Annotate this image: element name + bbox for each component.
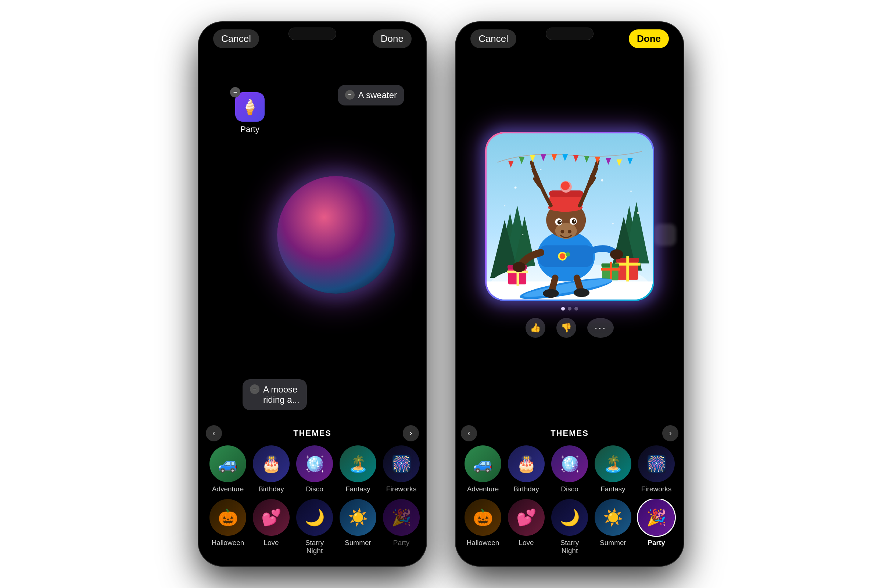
themes-row-2: 🎃 Halloween 💕 Love 🌙 Starry Night ☀️ Sum…: [198, 499, 426, 555]
theme-adventure[interactable]: 🚙 Adventure: [210, 446, 246, 493]
svg-point-68: [637, 212, 639, 214]
right-themes-header: ‹ THEMES ›: [456, 429, 684, 438]
thumbs-down-button[interactable]: 👎: [556, 318, 576, 338]
r-theme-halloween-icon: 🎃: [465, 499, 501, 536]
creation-canvas[interactable]: − 🍦 Party − A sweater − A moose riding a…: [198, 48, 426, 421]
themes-title: THEMES: [293, 429, 332, 438]
theme-love[interactable]: 💕 Love: [253, 499, 290, 555]
cancel-button[interactable]: Cancel: [213, 29, 259, 48]
svg-point-65: [601, 179, 603, 181]
svg-point-39: [572, 219, 576, 224]
svg-point-41: [574, 220, 576, 221]
r-theme-fantasy-icon: 🏝️: [595, 446, 632, 482]
right-phone: Cancel Done: [456, 22, 684, 566]
theme-love-label: Love: [264, 539, 279, 547]
svg-point-49: [543, 289, 559, 298]
remove-icon[interactable]: −: [230, 87, 240, 98]
themes-header: ‹ THEMES ›: [198, 429, 426, 438]
r-theme-birthday[interactable]: 🎂 Birthday: [508, 446, 544, 493]
r-theme-party-label: Party: [648, 539, 665, 547]
right-nav-bar: Cancel Done: [456, 22, 684, 48]
theme-adventure-label: Adventure: [212, 485, 244, 493]
right-themes-row-2: 🎃 Halloween 💕 Love 🌙 Starry Night ☀️ Sum…: [456, 499, 684, 555]
right-dynamic-island: [546, 28, 594, 40]
theme-fantasy-icon: 🏝️: [340, 446, 376, 482]
right-themes-title: THEMES: [550, 429, 589, 438]
theme-birthday[interactable]: 🎂 Birthday: [253, 446, 290, 493]
theme-summer-icon: ☀️: [340, 499, 376, 536]
theme-starrynight[interactable]: 🌙 Starry Night: [296, 499, 333, 555]
themes-prev-button[interactable]: ‹: [206, 425, 222, 441]
r-theme-party[interactable]: 🎉 Party: [638, 499, 675, 555]
remove-sweater-icon[interactable]: −: [345, 90, 355, 100]
r-theme-adventure-label: Adventure: [467, 485, 499, 493]
r-theme-disco[interactable]: 🪩 Disco: [551, 446, 588, 493]
sweater-prompt-bubble[interactable]: − A sweater: [338, 85, 404, 105]
svg-point-47: [513, 262, 525, 272]
right-cancel-button[interactable]: Cancel: [470, 29, 516, 48]
nav-bar: Cancel Done: [198, 22, 426, 48]
theme-summer-label: Summer: [345, 539, 371, 547]
theme-love-icon: 💕: [253, 499, 290, 536]
done-button[interactable]: Done: [373, 29, 412, 48]
theme-fantasy[interactable]: 🏝️ Fantasy: [340, 446, 376, 493]
moose-illustration: [487, 134, 652, 300]
r-theme-birthday-label: Birthday: [513, 485, 539, 493]
party-icon: − 🍦: [235, 92, 265, 122]
theme-disco[interactable]: 🪩 Disco: [296, 446, 333, 493]
themes-next-button[interactable]: ›: [403, 425, 419, 441]
r-theme-halloween[interactable]: 🎃 Halloween: [465, 499, 501, 555]
theme-summer[interactable]: ☀️ Summer: [340, 499, 376, 555]
theme-party-label: Party: [393, 539, 410, 547]
right-themes-section: ‹ THEMES › 🚙 Adventure 🎂 Birthday �: [456, 421, 684, 566]
r-theme-starrynight-label: Starry Night: [551, 539, 588, 555]
right-themes-row-1: 🚙 Adventure 🎂 Birthday 🪩 Disco 🏝️ Fantas…: [456, 446, 684, 493]
theme-party-left[interactable]: 🎉 Party: [383, 499, 420, 555]
r-theme-love-label: Love: [519, 539, 534, 547]
glowing-orb: [277, 176, 395, 294]
theme-party-icon: 🎉: [383, 499, 420, 536]
pagination-dots: [561, 307, 578, 310]
theme-fireworks[interactable]: 🎆 Fireworks: [383, 446, 420, 493]
theme-starrynight-icon: 🌙: [296, 499, 333, 536]
remove-moose-icon[interactable]: −: [250, 384, 260, 394]
right-done-button[interactable]: Done: [629, 29, 669, 48]
dot-1[interactable]: [561, 307, 565, 310]
r-theme-fireworks[interactable]: 🎆 Fireworks: [638, 446, 675, 493]
theme-halloween-icon: 🎃: [210, 499, 246, 536]
r-theme-starrynight[interactable]: 🌙 Starry Night: [551, 499, 588, 555]
blurred-preview: [654, 224, 676, 246]
generated-image: [487, 134, 652, 300]
theme-fantasy-label: Fantasy: [345, 485, 370, 493]
themes-row-1: 🚙 Adventure 🎂 Birthday 🪩 Disco 🏝️ Fantas…: [198, 446, 426, 493]
dot-3[interactable]: [574, 307, 578, 310]
svg-point-38: [558, 220, 562, 224]
themes-section: ‹ THEMES › 🚙 Adventure 🎂 Birthday �: [198, 421, 426, 566]
svg-point-31: [566, 252, 570, 256]
r-theme-summer[interactable]: ☀️ Summer: [595, 499, 632, 555]
action-bar: 👍 👎 ···: [525, 318, 614, 338]
svg-point-48: [610, 249, 623, 260]
theme-birthday-icon: 🎂: [253, 446, 290, 482]
theme-halloween[interactable]: 🎃 Halloween: [210, 499, 246, 555]
right-themes-prev-button[interactable]: ‹: [461, 425, 477, 441]
party-icon-container[interactable]: − 🍦 Party: [235, 92, 265, 134]
r-theme-birthday-icon: 🎂: [508, 446, 544, 482]
theme-fireworks-icon: 🎆: [383, 446, 420, 482]
svg-point-46: [561, 181, 570, 190]
dot-2[interactable]: [568, 307, 572, 310]
r-theme-summer-label: Summer: [600, 539, 626, 547]
thumbs-up-button[interactable]: 👍: [525, 318, 545, 338]
r-theme-love[interactable]: 💕 Love: [508, 499, 544, 555]
r-theme-fireworks-label: Fireworks: [641, 485, 671, 493]
right-themes-next-button[interactable]: ›: [662, 425, 678, 441]
r-theme-adventure[interactable]: 🚙 Adventure: [465, 446, 501, 493]
svg-point-34: [560, 230, 564, 233]
theme-starrynight-label: Starry Night: [296, 539, 333, 555]
r-theme-halloween-label: Halloween: [467, 539, 500, 547]
canvas-area: − 🍦 Party − A sweater − A moose riding a…: [198, 48, 426, 566]
r-theme-fantasy[interactable]: 🏝️ Fantasy: [595, 446, 632, 493]
moose-prompt-bubble[interactable]: − A moose riding a...: [243, 379, 307, 410]
more-options-button[interactable]: ···: [587, 318, 614, 338]
theme-fireworks-label: Fireworks: [386, 485, 416, 493]
